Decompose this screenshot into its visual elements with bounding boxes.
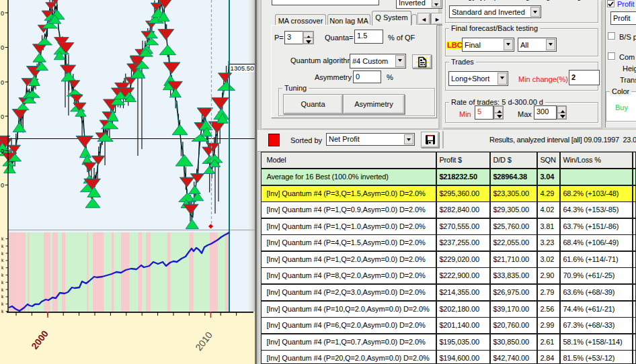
svg-text:0: 0 bbox=[1, 79, 4, 86]
svg-text:0: 0 bbox=[1, 148, 4, 154]
svg-text:1305.50: 1305.50 bbox=[231, 64, 254, 72]
svg-text:0: 0 bbox=[1, 44, 4, 51]
svg-text:0: 0 bbox=[1, 182, 4, 189]
svg-text:0: 0 bbox=[1, 10, 4, 17]
svg-text:0: 0 bbox=[1, 113, 4, 120]
